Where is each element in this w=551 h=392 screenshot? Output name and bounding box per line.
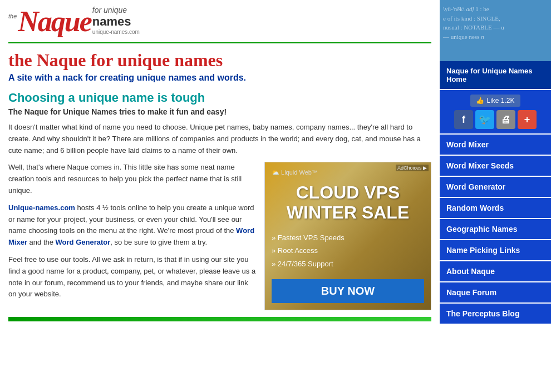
logo-naque: Naque <box>18 7 91 36</box>
logo-for-unique: for unique <box>92 6 140 14</box>
nav-item-forum[interactable]: Naque Forum <box>440 282 551 304</box>
facebook-icon[interactable]: f <box>454 110 473 129</box>
nav-home-label: Naque for Unique Names Home <box>446 67 533 83</box>
section-heading: Choosing a unique name is tough <box>8 91 431 105</box>
para4: Feel free to use our tools. All we ask i… <box>8 254 256 300</box>
like-count: Like 1.2K <box>486 97 514 105</box>
para2: Well, that's where Naque comes in. This … <box>8 162 256 196</box>
word-gen-link[interactable]: Word Generator <box>56 238 111 246</box>
dict-line2: e of its kind : SINGLE, <box>443 14 548 23</box>
ad-feature-2: Root Access <box>272 244 424 257</box>
ad-box: AdChoices ▶ ⛅ Liquid Web™ CLOUD VPSWINTE… <box>264 162 431 310</box>
social-icons-row: f 🐦 🖨 + <box>444 110 547 129</box>
para3: Unique-names.com hosts 4 ½ tools online … <box>8 202 256 249</box>
ad-feature-1: Fastest VPS Speeds <box>272 231 424 244</box>
nav-item-word-generator[interactable]: Word Generator <box>440 177 551 198</box>
logo-container: the Naque for unique names unique-names.… <box>8 6 431 38</box>
nav-item-about[interactable]: About Naque <box>440 261 551 282</box>
logo-url: unique-names.com <box>92 29 140 35</box>
dict-line4: — unique·ness n <box>443 32 548 42</box>
content-area: the Naque for unique names unique-names.… <box>0 0 440 333</box>
dict-line3: nusual : NOTABLE — u <box>443 23 548 32</box>
col-left: Well, that's where Naque comes in. This … <box>8 162 256 310</box>
like-button[interactable]: 👍 Like 1.2K <box>470 95 520 107</box>
sidebar: \yü-'nēk\ adj 1 : be e of its kind : SIN… <box>440 0 551 333</box>
para1: It doesn't matter what kind of name you … <box>8 122 431 156</box>
print-icon[interactable]: 🖨 <box>496 110 515 129</box>
nav-item-random-words[interactable]: Random Words <box>440 198 551 219</box>
nav-item-word-mixer-seeds[interactable]: Word Mixer Seeds <box>440 156 551 177</box>
social-area: 👍 Like 1.2K f 🐦 🖨 + <box>440 90 551 135</box>
nav-item-blog[interactable]: The Perceptus Blog <box>440 304 551 325</box>
ad-buy-now-button[interactable]: BUY NOW <box>272 279 424 303</box>
ad-choices-label: AdChoices ▶ <box>396 165 429 171</box>
thumbs-up-icon: 👍 <box>476 97 484 105</box>
page-subtitle: A site with a nack for creating unique n… <box>8 73 431 83</box>
para3-end: , so be sure to give them a try. <box>110 238 207 246</box>
logo-right: for unique names unique-names.com <box>92 6 140 38</box>
nav-item-geographic-names[interactable]: Geographic Names <box>440 219 551 240</box>
para3-and: and the <box>27 238 56 246</box>
unique-names-link[interactable]: Unique-names.com <box>8 204 75 212</box>
sidebar-nav: Naque for Unique Names Home 👍 Like 1.2K … <box>440 61 551 325</box>
ad-headline: CLOUD VPSWINTER SALE <box>272 183 424 222</box>
ad-features: Fastest VPS Speeds Root Access 24/7/365 … <box>272 231 424 270</box>
sidebar-dict-bg: \yü-'nēk\ adj 1 : be e of its kind : SIN… <box>440 0 551 61</box>
logo-names: names <box>92 14 140 29</box>
ad-feature-3: 24/7/365 Support <box>272 257 424 270</box>
page-title: the Naque for unique names <box>8 50 431 71</box>
section-subheading: The Naque for Unique Names tries to make… <box>8 107 431 116</box>
nav-item-word-mixer[interactable]: Word Mixer <box>440 135 551 156</box>
nav-item-home[interactable]: Naque for Unique Names Home <box>440 61 551 90</box>
col-right: AdChoices ▶ ⛅ Liquid Web™ CLOUD VPSWINTE… <box>264 162 431 310</box>
two-col-area: Well, that's where Naque comes in. This … <box>8 162 431 310</box>
logo-the: the <box>8 13 17 19</box>
site-header: the Naque for unique names unique-names.… <box>8 0 431 43</box>
nav-item-name-picking[interactable]: Name Picking Links <box>440 240 551 261</box>
google-plus-icon[interactable]: + <box>518 110 537 129</box>
dict-line1: \yü-'nēk\ adj 1 : be <box>443 4 548 14</box>
bottom-green-bar <box>8 317 431 321</box>
twitter-icon[interactable]: 🐦 <box>475 110 494 129</box>
